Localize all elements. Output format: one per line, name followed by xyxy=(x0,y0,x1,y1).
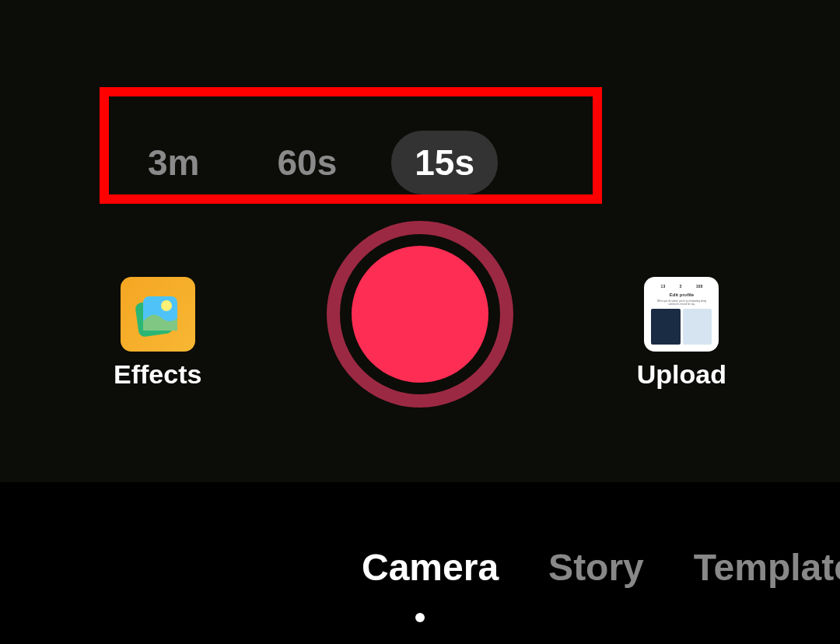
mode-tab-templates[interactable]: Templates xyxy=(694,546,840,589)
record-button[interactable] xyxy=(327,221,513,408)
upload-label: Upload xyxy=(637,359,726,390)
bottom-bar: Camera Story Templates xyxy=(0,482,840,644)
effects-icon xyxy=(121,277,195,352)
camera-viewport: 3m 60s 15s Effects 133108 xyxy=(0,0,840,482)
record-button-inner xyxy=(345,240,495,389)
svg-point-2 xyxy=(161,300,172,311)
mode-tabs: Camera Story Templates xyxy=(362,546,840,589)
mode-tab-story[interactable]: Story xyxy=(548,546,644,589)
upload-button[interactable]: 133108 Edit profile When you do speak, y… xyxy=(637,277,726,390)
controls-row: Effects 133108 Edit profile When you do … xyxy=(0,257,840,443)
effects-button[interactable]: Effects xyxy=(114,277,201,390)
effects-label: Effects xyxy=(114,359,201,390)
mode-indicator-dot xyxy=(415,613,425,622)
upload-thumbnail: 133108 Edit profile When you do speak, y… xyxy=(644,277,719,352)
mode-tab-camera[interactable]: Camera xyxy=(362,546,499,589)
annotation-highlight-box xyxy=(100,87,602,204)
